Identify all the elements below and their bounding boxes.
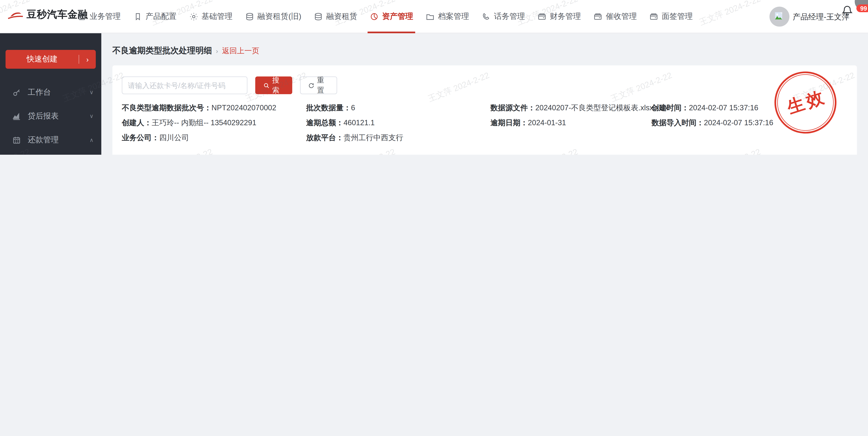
info-loan-platform: 放款平台：贵州工行中西支行 (306, 133, 491, 143)
info-overdue-date: 逾期日期：2024-01-31 (491, 118, 652, 128)
breadcrumb-separator-icon: › (216, 47, 218, 54)
top-menu-leasing-old[interactable]: 融资租赁(旧) (245, 0, 302, 33)
sidebar-item-workbench[interactable]: 工作台∨ (0, 80, 101, 104)
breadcrumb: 不良逾期类型批次处理明细 › 返回上一页 (112, 46, 259, 56)
chevron-right-icon: › (79, 55, 96, 63)
app-viewport: 豆秒汽车金融 业务管理 产品配置 基础管理 融资租赁(旧) 融资租赁 (0, 0, 868, 155)
top-menu-collection[interactable]: 催收管理 (594, 0, 637, 33)
user-avatar[interactable] (769, 7, 789, 27)
info-source-file: 数据源文件：20240207-不良类型登记模板表.xlsx.xlsx (491, 103, 652, 113)
chevron-up-icon: ∧ (90, 137, 94, 143)
folder-icon (426, 12, 435, 21)
search-icon (264, 82, 270, 89)
top-menu-product[interactable]: 产品配置 (133, 0, 177, 33)
search-input[interactable] (122, 77, 247, 94)
info-creator: 创建人：王巧玲-- 内勤组-- 13540292291 (122, 118, 306, 128)
refresh-icon (308, 82, 314, 89)
notification-badge: 99 (857, 4, 868, 12)
page-title: 不良逾期类型批次处理明细 (112, 46, 212, 56)
pie-clock-icon (370, 12, 379, 21)
key-icon (12, 88, 21, 97)
info-batch-no: 不良类型逾期数据批次号：NPT202402070002 (122, 103, 306, 113)
brand-logo[interactable]: 豆秒汽车金融 (7, 8, 88, 21)
top-menu: 业务管理 产品配置 基础管理 融资租赁(旧) 融资租赁 资产管理 (78, 0, 693, 33)
chevron-down-icon: ∨ (90, 89, 94, 95)
bookmark-icon (133, 12, 142, 21)
journal-icon (78, 12, 86, 21)
database-icon (314, 12, 323, 21)
notification-bell-button[interactable] (841, 4, 854, 18)
sidebar-item-postloan-reports[interactable]: 贷后报表∨ (0, 104, 101, 128)
sidebar-item-all-repayment[interactable]: 全部还款管理 (0, 152, 101, 155)
bell-icon (841, 4, 854, 18)
top-menu-leasing[interactable]: 融资租赁 (314, 0, 357, 33)
info-create-time: 创建时间：2024-02-07 15:37:16 (652, 103, 847, 113)
wallet-icon (594, 12, 602, 21)
sidebar-menu: 工作台∨ 贷后报表∨ 还款管理∧ 全部还款管理 逾期还款管理 代偿回款管理 结清… (0, 80, 101, 155)
wallet-icon (649, 12, 658, 21)
back-link[interactable]: 返回上一页 (222, 46, 259, 56)
database-icon (245, 12, 254, 21)
car-logo-icon (7, 8, 24, 21)
gear-icon (189, 12, 198, 21)
info-company: 业务公司：四川公司 (122, 133, 306, 143)
search-toolbar: 搜索 重置 (122, 77, 337, 94)
batch-info-panel: 不良类型逾期数据批次号：NPT202402070002 批次数据量：6 数据源文… (122, 103, 847, 143)
top-menu-telecom[interactable]: 话务管理 (482, 0, 525, 33)
image-placeholder-icon (774, 11, 785, 22)
content-card: 搜索 重置 不良类型逾期数据批次号：NPT202402070002 批次数据量：… (112, 65, 857, 155)
quick-create-button[interactable]: 快速创建 › (5, 50, 96, 69)
info-import-time: 数据导入时间：2024-02-07 15:37:16 (652, 118, 847, 128)
reset-button[interactable]: 重置 (300, 77, 337, 94)
top-menu-basic[interactable]: 基础管理 (189, 0, 232, 33)
area-chart-icon (12, 112, 21, 120)
chevron-down-icon: ∨ (90, 113, 94, 119)
top-navbar: 豆秒汽车金融 业务管理 产品配置 基础管理 融资租赁(旧) 融资租赁 (0, 0, 868, 33)
top-menu-signing[interactable]: 面签管理 (649, 0, 693, 33)
sidebar: 快速创建 › 工作台∨ 贷后报表∨ 还款管理∧ 全部还款管理 逾期还款管理 代偿… (0, 33, 101, 155)
info-batch-count: 批次数据量：6 (306, 103, 491, 113)
info-overdue-total: 逾期总额：460121.1 (306, 118, 491, 128)
phone-icon (482, 12, 491, 21)
top-menu-business[interactable]: 业务管理 (78, 0, 121, 33)
top-menu-archives[interactable]: 档案管理 (426, 0, 469, 33)
sidebar-item-repayment[interactable]: 还款管理∧ (0, 128, 101, 152)
wallet-icon (538, 12, 547, 21)
top-menu-assets[interactable]: 资产管理 (370, 0, 413, 33)
calendar-icon (12, 136, 21, 144)
search-button[interactable]: 搜索 (255, 77, 292, 94)
top-menu-finance[interactable]: 财务管理 (538, 0, 581, 33)
chevron-down-icon: ∨ (828, 14, 833, 21)
